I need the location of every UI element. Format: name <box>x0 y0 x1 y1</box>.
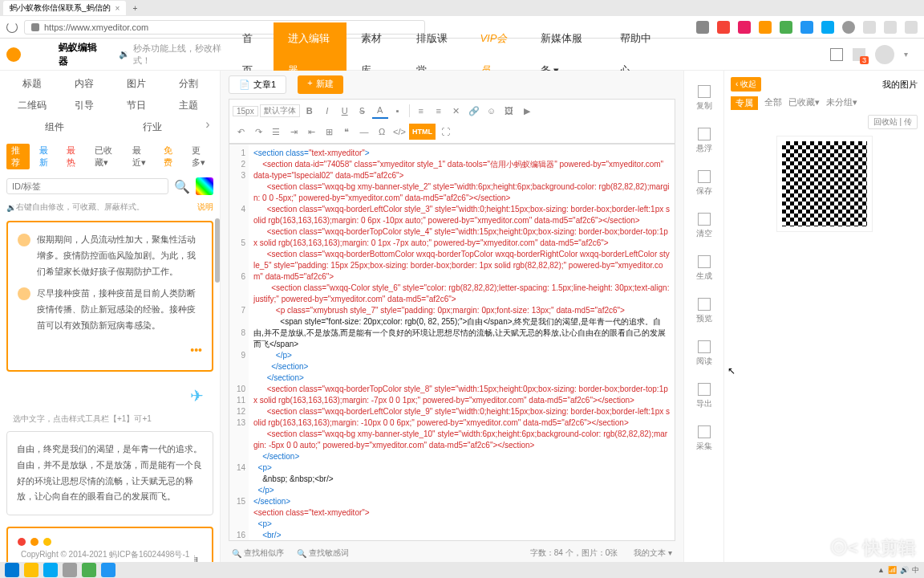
cat-qr[interactable]: 二维码 <box>6 96 57 116</box>
clear-format-button[interactable]: ✕ <box>448 103 464 119</box>
tool-clear[interactable]: 清空 <box>684 205 723 247</box>
more-icon[interactable]: ••• <box>18 340 202 360</box>
filter-recent[interactable]: 最近▾ <box>128 144 154 169</box>
redo-button[interactable]: ↷ <box>250 124 266 140</box>
font-family-select[interactable]: 默认字体 <box>260 104 300 117</box>
cat-industry[interactable]: 行业 <box>104 117 201 137</box>
new-doc-button[interactable]: + 新建 <box>298 75 342 94</box>
cat-image[interactable]: 图片 <box>111 74 161 94</box>
app-header: 蚂蚁编辑器 🔉 秒杀功能上线，秒改样式！ 首页 进入编辑器 素材库 排版课堂 V… <box>0 39 924 71</box>
font-size-select[interactable]: 15px <box>233 106 258 116</box>
italic-button[interactable]: I <box>319 103 335 119</box>
template-list[interactable]: 假期期间，人员流动性加大，聚集性活动增多。疫情防控面临风险加剧。为此，我们希望家… <box>0 214 220 562</box>
ext-icon[interactable] <box>821 21 834 34</box>
chevron-right-icon[interactable]: › <box>202 117 213 137</box>
code-content[interactable]: <section class="text-xmyeditor"> <sectio… <box>249 144 675 540</box>
upload-button[interactable]: 回收站 | 传 <box>868 115 918 129</box>
ext-icon[interactable] <box>717 21 730 34</box>
special-button[interactable]: Ω <box>374 124 390 140</box>
filter-new[interactable]: 最新 <box>34 144 58 169</box>
filter-rec[interactable]: 推荐 <box>6 144 30 169</box>
ext-icon[interactable] <box>842 21 855 34</box>
cat-festival[interactable]: 节日 <box>111 96 161 116</box>
text-color-button[interactable]: A <box>372 103 388 119</box>
undo-button[interactable]: ↶ <box>233 124 249 140</box>
doc-tab[interactable]: 📄 文章1 <box>229 75 286 94</box>
cat-title[interactable]: 标题 <box>6 74 57 94</box>
notification-icon[interactable]: 3 <box>853 48 865 61</box>
ext-icon[interactable] <box>780 21 792 34</box>
cat-guide[interactable]: 引导 <box>59 96 109 116</box>
browser-tab[interactable]: 蚂小蚁教你信保联系_蚂信的 × <box>3 1 126 15</box>
tool-float[interactable]: 悬浮 <box>684 120 723 162</box>
ext-icon[interactable] <box>759 21 772 34</box>
template-card[interactable]: 假期期间，人员流动性加大，聚集性活动增多。疫情防控面临风险加剧。为此，我们希望家… <box>6 221 213 372</box>
tab-all[interactable]: 全部 <box>764 96 782 110</box>
html-button[interactable]: HTML <box>409 124 436 140</box>
close-icon[interactable]: × <box>116 4 120 13</box>
tool-preview[interactable]: 预览 <box>684 290 723 332</box>
filter-fav[interactable]: 已收藏▾ <box>90 144 123 169</box>
filter-free[interactable]: 免费 <box>159 144 182 169</box>
quote-button[interactable]: ❝ <box>338 124 355 140</box>
indent-button[interactable]: ⇥ <box>286 124 302 140</box>
ext-icon[interactable] <box>738 21 751 34</box>
list-button[interactable]: ☰ <box>268 124 284 140</box>
tab-ungrouped[interactable]: 未分组▾ <box>826 96 857 110</box>
cat-theme[interactable]: 主题 <box>163 96 213 116</box>
strike-button[interactable]: S̶ <box>355 103 371 119</box>
filter-hot[interactable]: 最热 <box>62 144 85 169</box>
outdent-button[interactable]: ⇤ <box>303 124 319 140</box>
search-sensitive-button[interactable]: 🔍 查找敏感词 <box>297 547 349 559</box>
user-avatar[interactable] <box>875 45 894 64</box>
search-similar-button[interactable]: 🔍 查找相似序 <box>232 547 284 559</box>
tool-read[interactable]: 阅读 <box>684 332 723 375</box>
theme-icon[interactable] <box>830 48 843 61</box>
color-picker[interactable] <box>196 177 213 195</box>
logo[interactable] <box>0 47 59 62</box>
tool-copy[interactable]: 复制 <box>684 77 723 120</box>
ext-icon[interactable] <box>863 21 876 34</box>
cat-content[interactable]: 内容 <box>59 74 109 94</box>
align-center-button[interactable]: ≡ <box>431 103 447 119</box>
new-tab-button[interactable]: + <box>132 4 137 13</box>
link-button[interactable]: 🔗 <box>466 103 482 119</box>
collapse-button[interactable]: ‹ 收起 <box>731 77 761 92</box>
tool-export[interactable]: 导出 <box>684 375 723 417</box>
tool-generate[interactable]: 生成 <box>684 247 723 290</box>
tab-exclusive[interactable]: 专属 <box>731 96 758 110</box>
table-button[interactable]: ⊞ <box>321 124 337 140</box>
tool-collect[interactable]: 采集 <box>684 417 723 460</box>
refresh-icon[interactable] <box>6 22 18 33</box>
video-button[interactable]: ▶ <box>519 103 535 119</box>
underline-button[interactable]: U <box>337 103 353 119</box>
ext-icon[interactable] <box>696 21 709 34</box>
bold-button[interactable]: B <box>302 103 318 119</box>
cat-component[interactable]: 组件 <box>6 117 103 137</box>
bullet-icon <box>18 234 30 246</box>
chevron-down-icon[interactable]: ▾ <box>904 50 908 59</box>
search-icon[interactable]: 🔍 <box>173 177 191 195</box>
tab-fav[interactable]: 已收藏▾ <box>788 96 820 110</box>
hr-button[interactable]: — <box>356 124 372 140</box>
cat-split[interactable]: 分割 <box>163 74 213 94</box>
ext-icon[interactable] <box>905 21 918 34</box>
fullscreen-button[interactable]: ⛶ <box>437 124 453 140</box>
left-sidebar: 标题 内容 图片 分割 二维码 引导 节日 主题 组件 行业 › 推荐 最新 最… <box>0 71 221 562</box>
my-article-dropdown[interactable]: 我的文本 ▾ <box>634 547 672 559</box>
emoji-button[interactable]: ☺ <box>484 103 500 119</box>
slogan: 🔉 秒杀功能上线，秒改样式！ <box>119 43 228 67</box>
search-input[interactable] <box>6 178 168 194</box>
tool-save[interactable]: 保存 <box>684 162 723 205</box>
code-editor[interactable]: 1234567891011121314151617181920212223242… <box>229 144 675 541</box>
filter-more[interactable]: 更多▾ <box>187 144 213 169</box>
bg-color-button[interactable]: ▪ <box>390 103 406 119</box>
ext-icon[interactable] <box>884 21 897 34</box>
source-button[interactable]: </> <box>391 124 407 140</box>
template-card[interactable]: 自由，终究是我们的渴望，是年青一代的追求。自由，并不是放纵，不是放荡，而是能有一… <box>6 431 213 515</box>
scrollbar-thumb[interactable] <box>215 218 220 283</box>
hint-link[interactable]: 说明 <box>197 201 213 213</box>
image-button[interactable]: 🖼 <box>501 103 517 119</box>
ext-icon[interactable] <box>800 21 813 34</box>
align-left-button[interactable]: ≡ <box>413 103 429 119</box>
